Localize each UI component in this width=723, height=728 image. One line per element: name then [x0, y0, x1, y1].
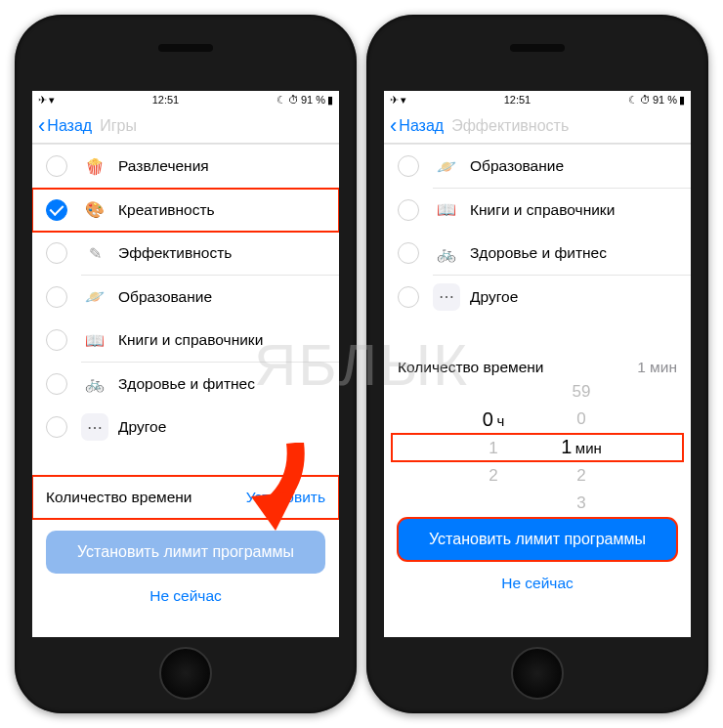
back-label: Назад — [399, 117, 444, 135]
airplane-icon: ✈ — [390, 94, 399, 107]
status-bar: ✈ ▾ 12:51 ☾ ⏱ 91 % ▮ — [32, 91, 339, 108]
chevron-left-icon: ‹ — [38, 115, 45, 137]
chevron-left-icon: ‹ — [390, 115, 397, 137]
home-button[interactable] — [511, 647, 564, 700]
books-icon: 📖 — [433, 196, 460, 224]
footer: Установить лимит программы Не сейчас — [384, 506, 691, 596]
other-icon: ⋯ — [433, 283, 460, 311]
airplane-icon: ✈ — [38, 94, 47, 107]
screen-left: ✈ ▾ 12:51 ☾ ⏱ 91 % ▮ ‹ Назад Игры 🍿 Разв… — [32, 91, 339, 637]
category-row[interactable]: ⋯ Другое — [32, 406, 339, 449]
check-circle[interactable] — [398, 286, 419, 308]
status-time: 12:51 — [152, 94, 180, 106]
education-icon: 🪐 — [433, 152, 460, 180]
category-label: Образование — [470, 157, 564, 175]
set-limit-button[interactable]: Установить лимит программы — [398, 518, 677, 561]
check-circle[interactable] — [398, 155, 419, 177]
time-label: Количество времени — [398, 359, 544, 376]
time-amount-row[interactable]: Количество времени Установить — [32, 476, 339, 519]
category-row[interactable]: 🪐 Образование — [32, 276, 339, 319]
check-circle[interactable] — [46, 286, 67, 308]
check-circle[interactable] — [398, 242, 419, 264]
check-circle[interactable] — [46, 416, 67, 438]
category-row[interactable]: ⋯ Другое — [384, 276, 691, 319]
category-label: Образование — [118, 288, 212, 306]
category-label: Книги и справочники — [118, 331, 263, 349]
home-button[interactable] — [159, 647, 212, 700]
wifi-icon: ▾ — [401, 94, 406, 107]
fitness-icon: 🚲 — [433, 239, 460, 267]
not-now-button[interactable]: Не сейчас — [46, 574, 325, 609]
nav-bar: ‹ Назад Игры — [32, 108, 339, 144]
alarm-icon: ⏱ — [640, 94, 651, 106]
footer: Установить лимит программы Не сейчас — [32, 519, 339, 609]
check-circle-on[interactable] — [46, 199, 67, 221]
set-limit-button[interactable]: Установить лимит программы — [46, 531, 325, 574]
battery-icon: ▮ — [679, 94, 685, 107]
time-picker[interactable]: 0 ч 1 2 59 0 1 мин 2 3 — [384, 389, 691, 506]
nav-title-ghost: Игры — [92, 117, 333, 135]
category-label: Другое — [118, 418, 166, 436]
category-label: Здоровье и фитнес — [118, 375, 255, 393]
battery-pct: 91 % — [301, 94, 325, 106]
other-icon: ⋯ — [81, 413, 108, 441]
category-label: Эффективность — [118, 244, 232, 262]
time-value: 1 мин — [637, 359, 677, 376]
nav-title-ghost: Эффективность — [444, 117, 685, 135]
category-row[interactable]: 🚲 Здоровье и фитнес — [32, 363, 339, 406]
check-circle[interactable] — [46, 373, 67, 395]
phone-left: ✈ ▾ 12:51 ☾ ⏱ 91 % ▮ ‹ Назад Игры 🍿 Разв… — [15, 15, 357, 713]
category-list: 🪐 Образование 📖 Книги и справочники 🚲 Зд… — [384, 144, 691, 319]
category-list: 🍿 Развлечения 🎨 Креативность ✎ Эффективн… — [32, 144, 339, 449]
check-circle[interactable] — [398, 199, 419, 221]
wifi-icon: ▾ — [49, 94, 55, 107]
hours-column[interactable]: 0 ч 1 2 — [449, 406, 537, 490]
category-label: Креативность — [118, 201, 215, 219]
fitness-icon: 🚲 — [81, 370, 108, 398]
category-row[interactable]: 📖 Книги и справочники — [384, 189, 691, 232]
category-label: Развлечения — [118, 157, 209, 175]
dnd-icon: ☾ — [276, 94, 286, 107]
alarm-icon: ⏱ — [288, 94, 299, 106]
back-label: Назад — [47, 117, 92, 135]
productivity-icon: ✎ — [81, 239, 108, 267]
battery-pct: 91 % — [653, 94, 677, 106]
minutes-column[interactable]: 59 0 1 мин 2 3 — [537, 378, 625, 517]
category-label: Здоровье и фитнес — [470, 244, 607, 262]
category-row[interactable]: 📖 Книги и справочники — [32, 319, 339, 362]
category-row[interactable]: 🍿 Развлечения — [32, 145, 339, 188]
battery-icon: ▮ — [327, 94, 333, 107]
category-label: Другое — [470, 288, 518, 306]
not-now-button[interactable]: Не сейчас — [398, 561, 677, 596]
education-icon: 🪐 — [81, 283, 108, 311]
back-button[interactable]: ‹ Назад — [390, 115, 444, 137]
category-row[interactable]: 🚲 Здоровье и фитнес — [384, 232, 691, 275]
check-circle[interactable] — [46, 155, 67, 177]
books-icon: 📖 — [81, 326, 108, 354]
time-label: Количество времени — [46, 489, 192, 506]
category-row-selected[interactable]: 🎨 Креативность — [32, 189, 339, 232]
primary-btn-label: Установить лимит программы — [429, 531, 646, 548]
entertainment-icon: 🍿 — [81, 152, 108, 180]
set-time-button[interactable]: Установить — [246, 489, 325, 506]
dnd-icon: ☾ — [628, 94, 638, 107]
status-time: 12:51 — [504, 94, 532, 106]
phone-right: ✈ ▾ 12:51 ☾ ⏱ 91 % ▮ ‹ Назад Эффективнос… — [366, 15, 708, 713]
back-button[interactable]: ‹ Назад — [38, 115, 92, 137]
category-row[interactable]: 🪐 Образование — [384, 145, 691, 188]
category-row[interactable]: ✎ Эффективность — [32, 232, 339, 275]
check-circle[interactable] — [46, 242, 67, 264]
category-label: Книги и справочники — [470, 201, 615, 219]
primary-btn-label: Установить лимит программы — [77, 543, 294, 561]
check-circle[interactable] — [46, 329, 67, 351]
creativity-icon: 🎨 — [81, 196, 108, 224]
nav-bar: ‹ Назад Эффективность — [384, 108, 691, 144]
status-bar: ✈ ▾ 12:51 ☾ ⏱ 91 % ▮ — [384, 91, 691, 108]
screen-right: ✈ ▾ 12:51 ☾ ⏱ 91 % ▮ ‹ Назад Эффективнос… — [384, 91, 691, 637]
